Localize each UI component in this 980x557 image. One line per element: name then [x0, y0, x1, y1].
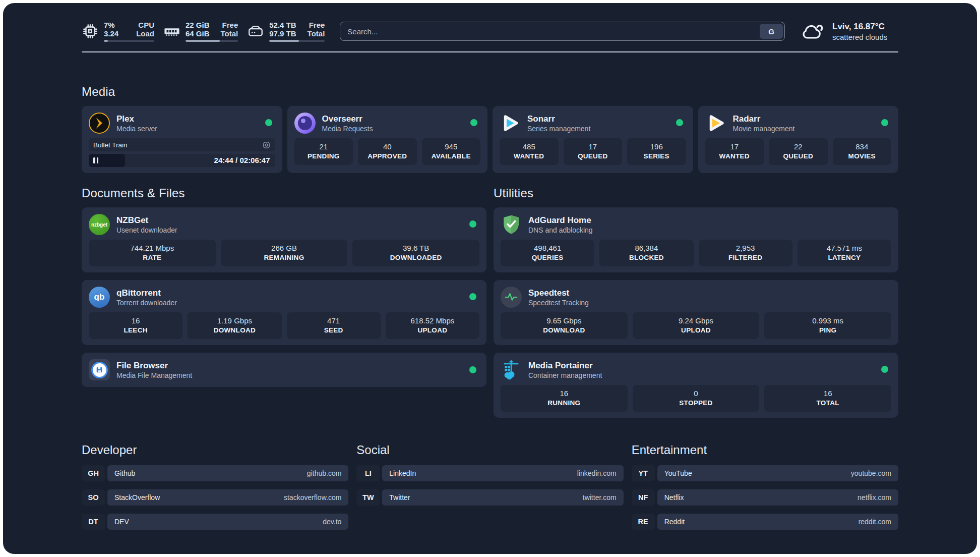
- link-abbreviation: DT: [82, 514, 105, 530]
- session-info-icon[interactable]: [262, 141, 271, 149]
- link-row-reddit[interactable]: RE Reddit reddit.com: [632, 514, 898, 530]
- app-name: AdGuard Home: [528, 215, 593, 226]
- link-bar[interactable]: Netflix netflix.com: [657, 489, 898, 506]
- top-bar: 7% 3.24 CPU Load: [82, 20, 898, 42]
- search-engine-button[interactable]: G: [760, 24, 783, 39]
- link-abbreviation: NF: [632, 489, 655, 506]
- qbittorrent-icon: qb: [89, 287, 110, 308]
- stat-value: 17: [566, 142, 621, 152]
- app-description: DNS and adblocking: [528, 226, 593, 235]
- link-row-github[interactable]: GH Github github.com: [82, 465, 348, 481]
- stat-value: 47.571 ms: [800, 243, 889, 253]
- stat-value: 266 GB: [223, 243, 346, 253]
- adguard-card[interactable]: AdGuard Home DNS and adblocking 498,461 …: [494, 207, 898, 272]
- link-row-netflix[interactable]: NF Netflix netflix.com: [632, 489, 898, 506]
- overseerr-card[interactable]: Overseerr Media Requests 21 PENDING 40 A…: [287, 106, 488, 173]
- status-dot: [469, 366, 476, 373]
- now-playing-title: Bullet Train: [93, 141, 128, 149]
- link-name: Netflix: [664, 493, 684, 502]
- speedtest-icon: [501, 287, 522, 308]
- link-name: Github: [114, 469, 135, 477]
- stat-value: 196: [629, 142, 684, 152]
- link-name: Reddit: [664, 518, 685, 526]
- stat-tile: 86,384 BLOCKED: [599, 240, 693, 266]
- stat-tile: 266 GB REMAINING: [221, 240, 348, 266]
- link-abbreviation: LI: [356, 465, 380, 481]
- app-description: Container management: [528, 371, 602, 380]
- plex-card[interactable]: Plex Media server Bullet Train 24:44 / 0…: [82, 106, 282, 173]
- stat-label: SEED: [289, 326, 379, 335]
- link-url: twitter.com: [583, 493, 617, 502]
- section-title-entertainment: Entertainment: [632, 443, 898, 457]
- link-url: netflix.com: [858, 493, 891, 502]
- status-dot: [470, 119, 477, 126]
- pause-icon[interactable]: [93, 157, 98, 163]
- status-dot: [265, 119, 272, 126]
- portainer-card[interactable]: Media Portainer Container management 16 …: [494, 353, 898, 418]
- sonarr-card[interactable]: Sonarr Series management 485 WANTED 17 Q…: [493, 106, 693, 173]
- stat-value: 16: [503, 388, 626, 399]
- stat-label: MOVIES: [835, 152, 890, 161]
- stat-tile: 744.21 Mbps RATE: [89, 240, 216, 266]
- playback-progress-bar[interactable]: 24:44 / 02:06:47: [89, 154, 275, 167]
- search-input[interactable]: [340, 22, 785, 41]
- header-divider: [82, 51, 898, 52]
- stat-label: DOWNLOAD: [190, 326, 279, 335]
- media-grid: Plex Media server Bullet Train 24:44 / 0…: [82, 106, 898, 173]
- link-url: github.com: [307, 469, 341, 477]
- app-description: Usenet downloader: [116, 226, 177, 235]
- stat-label: BLOCKED: [601, 253, 691, 262]
- qbittorrent-card[interactable]: qb qBittorrent Torrent downloader 16 LEE…: [82, 280, 486, 345]
- stat-tile: 0 STOPPED: [633, 385, 760, 412]
- link-bar[interactable]: StackOverflow stackoverflow.com: [107, 489, 348, 506]
- radarr-icon: [705, 113, 726, 134]
- filebrowser-icon: [89, 359, 110, 380]
- stat-label: LEECH: [91, 326, 180, 335]
- stat-tile: 0.993 ms PING: [764, 312, 891, 339]
- link-row-youtube[interactable]: YT YouTube youtube.com: [632, 465, 898, 481]
- link-row-dev[interactable]: DT DEV dev.to: [82, 514, 348, 530]
- now-playing-title-row: Bullet Train: [89, 138, 275, 151]
- stat-tile: 1.19 Gbps DOWNLOAD: [188, 312, 281, 339]
- weather-condition: scattered clouds: [832, 32, 887, 42]
- dashboard-panel: 7% 3.24 CPU Load: [3, 3, 977, 554]
- developer-links-section: Developer GH Github github.com SO StackO…: [82, 443, 348, 538]
- link-url: youtube.com: [851, 469, 891, 477]
- stat-label: RATE: [91, 253, 214, 262]
- link-name: YouTube: [664, 469, 692, 477]
- link-bar[interactable]: LinkedIn linkedin.com: [382, 465, 623, 481]
- link-row-linkedin[interactable]: LI LinkedIn linkedin.com: [356, 465, 623, 481]
- status-dot: [469, 220, 476, 228]
- storage-total-label: Total: [308, 29, 325, 38]
- stat-tile: 21 PENDING: [294, 138, 353, 165]
- app-name: Sonarr: [527, 114, 590, 124]
- app-description: Torrent downloader: [116, 298, 177, 307]
- link-bar[interactable]: Reddit reddit.com: [657, 514, 898, 530]
- link-bar[interactable]: YouTube youtube.com: [657, 465, 898, 481]
- weather-location-temp: Lviv, 16.87°C: [832, 21, 887, 32]
- stat-tile: 16 RUNNING: [501, 385, 628, 412]
- storage-progress-bar: [269, 40, 325, 42]
- link-bar[interactable]: DEV dev.to: [107, 514, 348, 530]
- stat-label: QUEUED: [566, 152, 621, 161]
- stat-tile: 17 WANTED: [705, 138, 764, 165]
- nzbget-card[interactable]: nzbget NZBGet Usenet downloader 744.21 M…: [82, 207, 486, 272]
- section-title-utilities: Utilities: [494, 186, 898, 200]
- stat-label: PENDING: [296, 152, 351, 161]
- section-title-social: Social: [356, 443, 623, 457]
- stat-label: UPLOAD: [635, 326, 758, 335]
- filebrowser-card[interactable]: File Browser Media File Management: [82, 353, 486, 387]
- stat-value: 9.65 Gbps: [503, 316, 626, 326]
- app-name: NZBGet: [116, 215, 177, 226]
- speedtest-card[interactable]: Speedtest Speedtest Tracking 9.65 Gbps D…: [494, 280, 898, 345]
- link-bar[interactable]: Twitter twitter.com: [382, 489, 623, 506]
- link-url: stackoverflow.com: [284, 493, 341, 502]
- plex-icon: [89, 113, 110, 134]
- app-name: Plex: [116, 114, 157, 124]
- link-row-twitter[interactable]: TW Twitter twitter.com: [356, 489, 623, 506]
- app-name: qBittorrent: [116, 288, 177, 298]
- link-bar[interactable]: Github github.com: [107, 465, 348, 481]
- weather-widget[interactable]: Lviv, 16.87°C scattered clouds: [800, 20, 898, 42]
- radarr-card[interactable]: Radarr Movie management 17 WANTED 22 QUE…: [698, 106, 899, 173]
- link-row-stackoverflow[interactable]: SO StackOverflow stackoverflow.com: [82, 489, 348, 506]
